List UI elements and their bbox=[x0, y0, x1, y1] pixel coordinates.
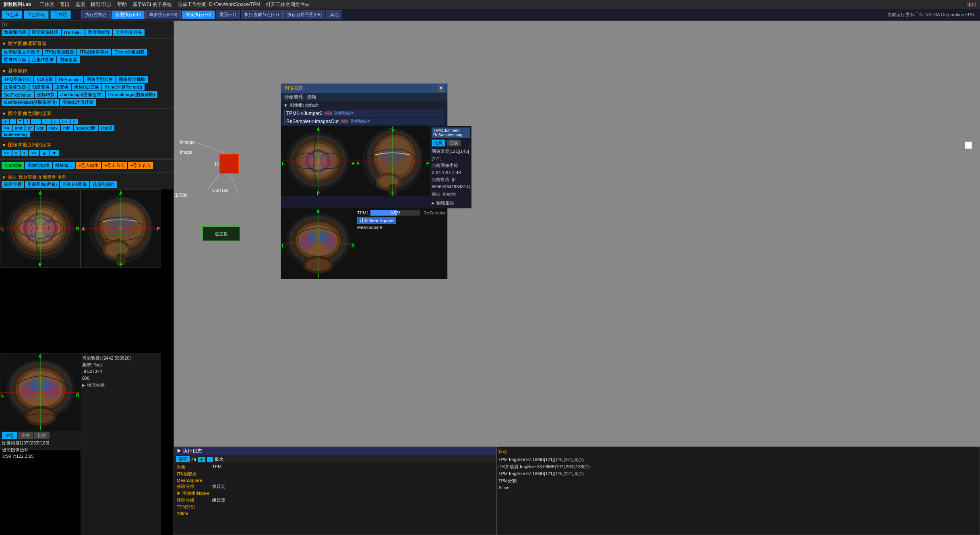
btn-op-lt[interactable]: < bbox=[70, 119, 78, 124]
btn-continue-exec[interactable]: 继续执行(F6) bbox=[182, 10, 215, 19]
btn-itk-img-saver[interactable]: ITK图像保存器 bbox=[77, 49, 111, 56]
menu-group-mgmt[interactable]: 分组管理 bbox=[284, 94, 304, 101]
btn-refresh-view[interactable]: 刷新查看 bbox=[2, 181, 24, 188]
menu-module-node[interactable]: 模组/节点 bbox=[89, 1, 113, 8]
btn-op-or[interactable]: or bbox=[25, 125, 34, 131]
menu-wsl[interactable]: 基于WSL的子系统 bbox=[131, 1, 174, 8]
left-axial-view[interactable]: A P L R bbox=[0, 189, 81, 268]
btn-get-pixel-value[interactable]: GetPixelValue(获取像素值) bbox=[2, 99, 59, 106]
left-sagittal-view[interactable]: A P A P bbox=[81, 189, 161, 268]
tab-node-library[interactable]: 节点库 bbox=[2, 10, 22, 19]
btn-tpm-seg[interactable]: TPM图像分割 bbox=[2, 76, 33, 83]
btn-op-min[interactable]: min bbox=[61, 125, 73, 131]
btn-model-window[interactable]: 模块窗口 bbox=[53, 162, 75, 169]
btn-remove-item-0[interactable]: 移除 bbox=[324, 111, 332, 116]
btn-clear-log[interactable]: 清空 bbox=[176, 456, 190, 462]
left-coronal-view[interactable]: S I L R 信息 变换 切割 图像维度[197][233][189] 当前图… bbox=[0, 353, 81, 450]
btn-data-flow[interactable]: 数据和流程 bbox=[2, 29, 29, 36]
btn-img-type-convert[interactable]: 图像类型转换 bbox=[84, 76, 116, 83]
btn-img-file-select[interactable]: 医学影像文件选择 bbox=[2, 49, 42, 56]
dialog-coronal-view[interactable]: S I L R bbox=[281, 208, 356, 279]
btn-add-to-group[interactable]: 添加到模组 bbox=[25, 162, 52, 169]
btn-voi[interactable]: VOI选取 bbox=[34, 76, 56, 83]
btn-op-plus[interactable]: + bbox=[2, 119, 9, 124]
btn-const-lshift[interactable]: << bbox=[2, 150, 12, 156]
tab-info[interactable]: 信息 bbox=[2, 432, 17, 439]
btn-log-minus[interactable]: - bbox=[207, 457, 213, 462]
btn-dicom-group-load[interactable]: Dicom分组加载 bbox=[112, 49, 147, 56]
btn-op-atan2[interactable]: atan2 bbox=[99, 125, 115, 131]
btn-itk-filter[interactable]: ITK Filter bbox=[62, 29, 85, 36]
btn-img-stat[interactable]: 图像统计值计算 bbox=[60, 99, 96, 106]
btn-op-rshift[interactable]: >> bbox=[60, 119, 70, 124]
d-tab-info[interactable]: 信息 bbox=[432, 140, 445, 146]
menu-window[interactable]: 窗口 bbox=[58, 1, 71, 8]
exit-btn[interactable]: 退出 bbox=[966, 1, 978, 8]
btn-exec-current-subgraph[interactable]: 执行当前子图(F8) bbox=[283, 10, 325, 19]
btn-resampler[interactable]: ReSampler bbox=[56, 76, 83, 83]
btn-op-gt[interactable]: > bbox=[52, 119, 59, 124]
btn-op-max[interactable]: max bbox=[47, 125, 60, 131]
btn-joint-image[interactable]: JointImage(图像合并) bbox=[58, 91, 105, 98]
btn-exec-console[interactable]: 执行控制台 bbox=[81, 10, 111, 19]
btn-coord-transform[interactable]: 坐标(位)变换 bbox=[72, 84, 101, 91]
menu-open-folder[interactable]: 打开工作空间文件夹 bbox=[265, 1, 311, 8]
btn-itk-img-loader[interactable]: ITK图像加载器 bbox=[43, 49, 76, 56]
d-tab-transform[interactable]: 变换 bbox=[447, 140, 461, 146]
btn-create-model[interactable]: 创建模块 bbox=[2, 162, 24, 169]
btn-op-eq[interactable]: == bbox=[31, 119, 41, 124]
tab-workspace[interactable]: 工作区 bbox=[50, 10, 71, 19]
btn-export-node[interactable]: +导出节点 bbox=[102, 162, 127, 169]
green-node-box[interactable]: 逆变换 bbox=[202, 226, 240, 241]
btn-extract-image[interactable]: ExtractImage(图像截取) bbox=[106, 91, 157, 98]
btn-opts-item-1[interactable]: 选项和操作 bbox=[350, 119, 370, 124]
btn-op-div[interactable]: / bbox=[24, 119, 30, 124]
menu-workspace[interactable]: 工作区 bbox=[38, 1, 56, 8]
menu-help[interactable]: 帮助 bbox=[116, 1, 128, 8]
btn-step-exec[interactable]: 单步执行(F10) bbox=[145, 10, 181, 19]
btn-exec-current-node[interactable]: 执行当前节点(F7) bbox=[241, 10, 283, 19]
dialog-sagittal-view[interactable]: S I A P bbox=[356, 126, 430, 196]
btn-op-squarediff[interactable]: squarediff bbox=[74, 125, 98, 131]
btn-reho[interactable]: Reho(计算Reho图) bbox=[102, 84, 145, 91]
btn-op-minus[interactable]: - bbox=[10, 119, 16, 124]
btn-log-plus[interactable]: + bbox=[198, 457, 205, 462]
btn-op-xor[interactable]: xor bbox=[35, 125, 46, 131]
btn-coord-convert[interactable]: 坐标转换 bbox=[35, 91, 57, 98]
btn-op-lte[interactable]: <= bbox=[2, 125, 12, 131]
btn-num-matrix[interactable]: 数值和矩阵 bbox=[85, 29, 112, 36]
img-view-dialog-title[interactable]: 图像视图 ✕ bbox=[281, 84, 447, 93]
btn-inv-transform[interactable]: 逆变换 bbox=[53, 84, 71, 91]
btn-exec-all[interactable]: 全图执行(F5) bbox=[112, 10, 145, 19]
btn-img-modifier[interactable]: 图像修改器 bbox=[2, 84, 29, 91]
btn-opts-item-0[interactable]: 选项和操作 bbox=[334, 111, 354, 116]
btn-img-to-pointset[interactable]: 图像转点集 bbox=[2, 56, 29, 63]
dialog-close-btn[interactable]: ✕ bbox=[438, 85, 444, 92]
btn-options-ops[interactable]: 选项和操作 bbox=[90, 181, 117, 188]
btn-calc-metric[interactable]: 计算MeanSquare bbox=[357, 217, 396, 224]
red-node-box[interactable] bbox=[219, 154, 239, 174]
btn-op-and[interactable]: and bbox=[12, 125, 25, 131]
btn-const-lt[interactable]: < bbox=[12, 150, 20, 156]
btn-const-down[interactable]: ▼ bbox=[50, 150, 59, 156]
btn-img-data-extract[interactable]: 图像数据抽取 bbox=[116, 76, 148, 83]
tab-node-list[interactable]: 节点列表 bbox=[24, 10, 49, 19]
btn-op-neq[interactable]: != bbox=[42, 119, 50, 124]
btn-const-gt[interactable]: > bbox=[21, 150, 28, 156]
btn-remove-item-1[interactable]: 移除 bbox=[340, 119, 348, 124]
btn-export-node2[interactable]: +导出节点 bbox=[128, 162, 153, 169]
btn-file-folder[interactable]: 文件和文件夹 bbox=[113, 29, 145, 36]
dialog-axial-view[interactable]: A P L R bbox=[281, 126, 356, 196]
btn-labeloverlay[interactable]: labeloverlay bbox=[2, 132, 30, 137]
menu-options[interactable]: 选项 bbox=[74, 1, 87, 8]
btn-img-count[interactable]: 共有1张图像 bbox=[60, 181, 89, 188]
btn-const-up[interactable]: ▲ bbox=[40, 150, 49, 156]
btn-reset[interactable]: 重置(F1) bbox=[216, 10, 240, 19]
btn-other[interactable]: 其他 bbox=[326, 10, 342, 19]
btn-img-view[interactable]: 图像查看 bbox=[57, 56, 80, 63]
btn-create-transform[interactable]: 创建变换 bbox=[29, 84, 52, 91]
btn-import-group[interactable]: +导入模组 bbox=[76, 162, 101, 169]
tab-cut[interactable]: 切割 bbox=[34, 432, 50, 439]
btn-update-imgs[interactable]: 更新图像(所有) bbox=[25, 181, 59, 188]
menu-view-options[interactable]: 选项 bbox=[307, 94, 316, 101]
